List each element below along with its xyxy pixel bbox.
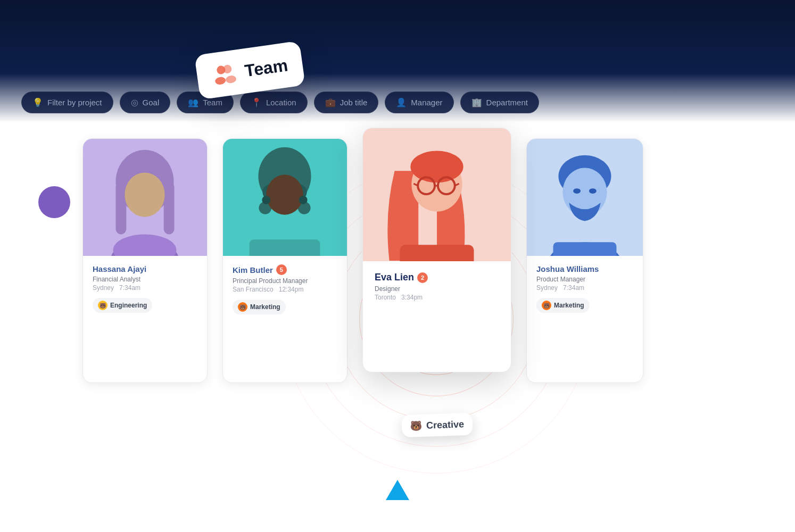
filter-department-label: Department <box>486 98 528 107</box>
avatar-kim <box>223 139 347 256</box>
filter-jobtitle-label: Job title <box>340 98 368 107</box>
svg-rect-35 <box>553 242 617 256</box>
hassana-info: Hassana Ajayi Financial Analyst Sydney 7… <box>83 256 207 383</box>
svg-point-2 <box>214 77 226 86</box>
kim-info: Kim Butler 5 Principal Product Manager S… <box>223 256 347 383</box>
svg-point-7 <box>125 172 164 217</box>
team-filter-icon: 👥 <box>188 97 198 107</box>
filter-department-pill[interactable]: 🏢 Department <box>460 92 539 113</box>
person-card-joshua[interactable]: Joshua Williams Product Manager Sydney 7… <box>526 138 643 383</box>
joshua-title: Product Manager <box>536 276 633 283</box>
svg-point-16 <box>266 174 303 214</box>
marketing-badge-icon-kim: 🐻 <box>238 302 247 312</box>
goal-icon: ◎ <box>131 97 138 107</box>
avatar-hassana <box>83 139 207 256</box>
filter-project-label: Filter by project <box>47 98 102 107</box>
svg-rect-20 <box>250 239 320 256</box>
hassana-title: Financial Analyst <box>93 276 197 283</box>
svg-point-9 <box>113 234 177 256</box>
filter-goal-label: Goal <box>143 98 160 107</box>
filter-location-label: Location <box>266 98 296 107</box>
eva-name: Eva Lien 2 <box>375 272 499 283</box>
svg-point-31 <box>562 168 607 217</box>
svg-rect-6 <box>164 181 175 234</box>
jobtitle-icon: 💼 <box>325 97 336 107</box>
avatar-eva <box>363 128 511 261</box>
eva-badge: 2 <box>417 272 428 283</box>
svg-rect-29 <box>400 245 474 261</box>
eva-info: Eva Lien 2 Designer Toronto 3:34pm <box>363 261 511 372</box>
filter-project-pill[interactable]: 💡 Filter by project <box>21 92 113 113</box>
filter-manager-label: Manager <box>411 98 442 107</box>
joshua-name: Joshua Williams <box>536 264 633 273</box>
joshua-info: Joshua Williams Product Manager Sydney 7… <box>527 256 643 383</box>
svg-point-17 <box>262 196 270 204</box>
kim-badge: 5 <box>276 264 287 275</box>
svg-point-18 <box>299 196 308 204</box>
filter-team-label: Team <box>203 98 222 107</box>
team-card-label: Team <box>244 55 289 81</box>
hassana-name: Hassana Ajayi <box>93 264 197 273</box>
person-card-eva[interactable]: Eva Lien 2 Designer Toronto 3:34pm <box>362 128 511 372</box>
creative-badge-icon: 🐻 <box>410 420 423 432</box>
marketing-badge-icon-joshua: 🐻 <box>542 301 551 310</box>
svg-point-3 <box>225 75 237 84</box>
person-card-kim[interactable]: Kim Butler 5 Principal Product Manager S… <box>222 138 347 383</box>
hassana-team-badge: 🐻 Engineering <box>93 298 152 313</box>
eva-title: Designer <box>375 285 499 293</box>
project-icon: 💡 <box>32 97 43 107</box>
triangle-bottom-center-icon <box>386 480 409 500</box>
svg-point-32 <box>573 188 581 194</box>
engineering-badge-icon: 🐻 <box>98 301 107 310</box>
creative-floating-badge: 🐻 Creative <box>401 413 473 438</box>
filter-jobtitle-pill[interactable]: 💼 Job title <box>314 92 379 113</box>
eva-location: Toronto 3:34pm <box>375 294 499 301</box>
department-icon: 🏢 <box>471 97 482 107</box>
person-card-hassana[interactable]: Hassana Ajayi Financial Analyst Sydney 7… <box>82 138 208 383</box>
kim-team-badge: 🐻 Marketing <box>233 300 286 314</box>
svg-point-22 <box>410 151 463 183</box>
filter-bar: 💡 Filter by project ◎ Goal 👥 Team 📍 Loca… <box>0 83 795 122</box>
joshua-team-badge: 🐻 Marketing <box>536 298 590 313</box>
location-icon: 📍 <box>251 97 262 107</box>
kim-title: Principal Product Manager <box>233 277 337 285</box>
creative-badge-label: Creative <box>426 419 465 431</box>
filter-goal-pill[interactable]: ◎ Goal <box>120 92 171 113</box>
svg-point-33 <box>589 188 597 194</box>
hassana-location: Sydney 7:34am <box>93 284 197 292</box>
purple-circle-decoration <box>38 186 70 218</box>
team-card-icon <box>210 60 239 88</box>
filter-manager-pill[interactable]: 👤 Manager <box>385 92 453 113</box>
kim-location: San Francisco 12:34pm <box>233 286 337 293</box>
joshua-location: Sydney 7:34am <box>536 284 633 292</box>
person-cards-container: Hassana Ajayi Financial Analyst Sydney 7… <box>82 138 643 383</box>
manager-icon: 👤 <box>396 97 407 107</box>
filter-location-pill[interactable]: 📍 Location <box>240 92 308 113</box>
kim-name: Kim Butler 5 <box>233 264 337 275</box>
avatar-joshua <box>527 139 643 256</box>
svg-rect-5 <box>115 181 126 234</box>
